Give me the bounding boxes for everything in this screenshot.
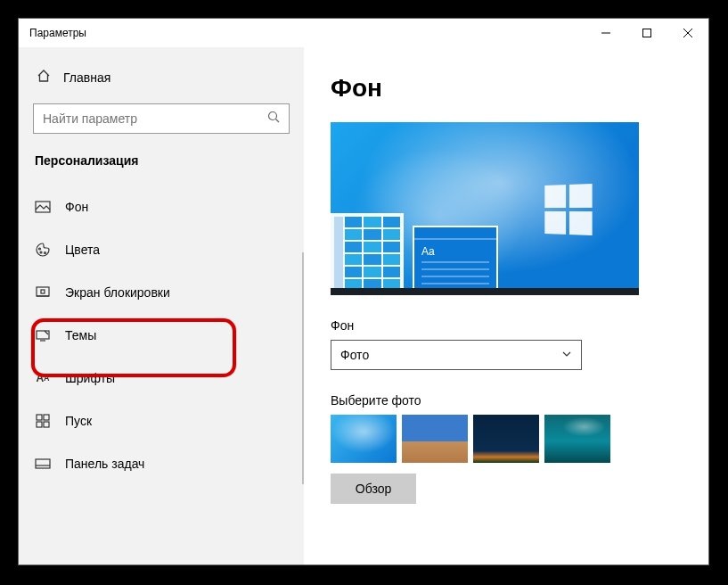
sidebar-item-start[interactable]: Пуск [19,400,304,442]
themes-icon [35,327,51,343]
palette-icon [35,242,51,258]
sidebar-item-lockscreen[interactable]: Экран блокировки [19,271,304,314]
svg-point-5 [45,252,46,254]
search-icon [267,111,280,127]
wallpaper-preview: Aa [331,122,639,295]
sidebar-item-background[interactable]: Фон [19,185,304,228]
titlebar: Параметры [19,19,708,47]
sidebar-item-label: Фон [65,200,88,214]
taskbar-icon [35,456,51,472]
dropdown-label: Фон [331,318,682,333]
svg-point-3 [39,248,41,250]
svg-rect-7 [41,290,45,293]
svg-rect-9 [37,415,42,420]
svg-rect-10 [44,415,49,420]
window-title: Параметры [29,27,86,39]
home-link[interactable]: Главная [19,62,304,93]
sidebar-item-label: Шрифты [65,371,115,385]
image-icon [35,199,51,215]
home-icon [37,69,51,86]
photo-thumbnail[interactable] [402,415,468,463]
sidebar-item-colors[interactable]: Цвета [19,228,304,271]
windows-logo-icon [544,184,592,235]
sidebar-item-label: Панель задач [65,457,144,471]
sidebar-item-label: Пуск [65,414,92,428]
settings-window: Параметры Главная [18,18,709,565]
close-button[interactable] [667,19,708,47]
photo-thumbnails [331,415,682,463]
browse-button[interactable]: Обзор [331,474,416,504]
start-menu-preview [331,213,404,295]
photo-thumbnail[interactable] [473,415,539,463]
content: Главная Персонализация [19,47,708,564]
sidebar-item-label: Экран блокировки [65,285,170,300]
minimize-button[interactable] [585,19,626,47]
chevron-down-icon [561,348,572,362]
sidebar-item-fonts[interactable]: AA Шрифты [19,357,304,400]
sample-text: Aa [421,245,435,258]
search-row [19,93,304,148]
page-heading: Фон [331,74,682,103]
background-type-dropdown[interactable]: Фото [331,340,582,370]
sidebar: Главная Персонализация [19,47,304,564]
lock-screen-icon [35,284,51,301]
photo-thumbnail[interactable] [331,415,397,463]
svg-point-1 [269,112,277,120]
choose-photo-label: Выберите фото [331,393,682,408]
svg-rect-13 [36,459,50,468]
sidebar-item-label: Темы [65,328,96,342]
svg-rect-8 [37,331,49,339]
svg-point-4 [40,251,42,253]
sample-window-preview: Aa [413,226,498,295]
svg-rect-0 [643,29,651,37]
photo-thumbnail[interactable] [544,415,610,463]
svg-rect-11 [37,422,42,427]
search-box[interactable] [33,103,290,134]
svg-rect-6 [37,287,49,296]
window-controls [585,19,708,47]
home-label: Главная [63,70,110,85]
preview-ui: Aa [331,213,498,295]
browse-label: Обзор [356,482,391,496]
sidebar-item-label: Цвета [65,243,100,257]
nav: Фон Цвета [19,185,304,485]
search-input[interactable] [43,111,267,126]
fonts-icon: AA [35,370,51,386]
taskbar-preview [331,288,639,295]
category-header: Персонализация [19,148,304,185]
start-icon [35,413,51,429]
main: Фон Aa [304,47,708,564]
scrollbar[interactable] [302,252,304,484]
sidebar-item-themes[interactable]: Темы [19,314,304,357]
dropdown-value: Фото [340,348,369,362]
svg-rect-12 [44,422,49,427]
maximize-button[interactable] [626,19,667,47]
sidebar-item-taskbar[interactable]: Панель задач [19,442,304,485]
